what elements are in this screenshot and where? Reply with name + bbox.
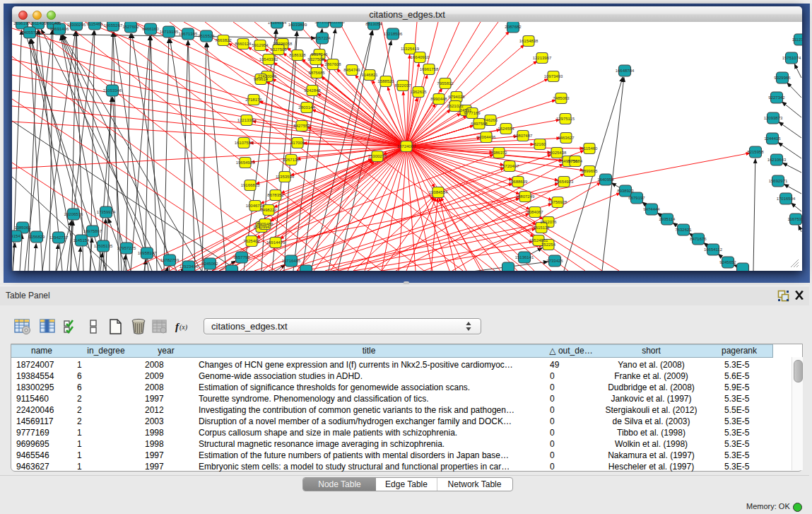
- svg-text:7691405: 7691405: [45, 22, 61, 25]
- svg-text:12213382: 12213382: [237, 118, 257, 122]
- svg-text:1244415: 1244415: [764, 136, 781, 141]
- svg-text:8215958: 8215958: [747, 150, 764, 154]
- svg-text:9474444: 9474444: [643, 207, 660, 211]
- svg-text:7386372: 7386372: [490, 151, 507, 155]
- svg-text:20691406: 20691406: [50, 27, 69, 31]
- svg-text:10654112: 10654112: [704, 247, 723, 252]
- svg-text:20364436: 20364436: [477, 135, 496, 139]
- svg-text:1156829: 1156829: [29, 235, 46, 239]
- svg-text:2867608: 2867608: [324, 62, 341, 66]
- svg-text:12942737: 12942737: [49, 235, 69, 240]
- svg-text:6466160: 6466160: [142, 27, 159, 31]
- svg-text:10543382: 10543382: [259, 57, 278, 62]
- svg-text:1588520: 1588520: [377, 79, 394, 83]
- svg-text:18724007: 18724007: [397, 144, 416, 148]
- svg-text:391547: 391547: [12, 234, 23, 238]
- svg-text:8678352: 8678352: [267, 193, 284, 197]
- svg-text:10975867: 10975867: [83, 229, 102, 233]
- svg-text:15136141: 15136141: [515, 255, 534, 259]
- svg-text:1733426: 1733426: [546, 259, 563, 263]
- svg-text:1640954: 1640954: [597, 177, 614, 182]
- svg-text:16107553: 16107553: [235, 141, 254, 145]
- svg-text:11353594: 11353594: [276, 175, 295, 179]
- svg-text:989614: 989614: [254, 77, 269, 81]
- svg-text:1624554: 1624554: [498, 127, 514, 131]
- svg-text:8938923: 8938923: [617, 189, 634, 193]
- svg-text:9329966: 9329966: [774, 76, 791, 80]
- svg-text:7625402: 7625402: [243, 239, 260, 243]
- svg-text:7663822: 7663822: [215, 38, 232, 42]
- svg-text:9084067: 9084067: [526, 210, 543, 214]
- svg-text:15300275: 15300275: [368, 154, 387, 158]
- svg-text:12505135: 12505135: [94, 244, 113, 248]
- svg-text:19384554: 19384554: [429, 190, 448, 194]
- svg-text:10719185: 10719185: [160, 30, 179, 34]
- svg-text:19166825: 19166825: [241, 183, 260, 187]
- svg-text:2935114: 2935114: [659, 217, 676, 221]
- svg-text:15751074: 15751074: [782, 56, 801, 60]
- svg-text:6679197: 6679197: [628, 196, 645, 200]
- svg-text:9242848: 9242848: [304, 88, 321, 93]
- svg-text:2696197: 2696197: [13, 22, 30, 25]
- svg-text:16648784: 16648784: [616, 69, 635, 73]
- svg-text:2803144: 2803144: [298, 105, 315, 110]
- svg-text:11325419: 11325419: [401, 47, 420, 51]
- svg-text:9327505: 9327505: [270, 47, 287, 52]
- svg-text:16961758: 16961758: [420, 67, 439, 71]
- svg-text:8186328: 8186328: [289, 53, 306, 57]
- svg-text:16640910: 16640910: [411, 55, 430, 59]
- svg-text:17359924: 17359924: [97, 210, 116, 214]
- svg-text:1612076: 1612076: [540, 220, 557, 224]
- svg-text:8813054: 8813054: [365, 22, 382, 26]
- svg-text:8909489: 8909489: [257, 222, 273, 226]
- svg-text:5912954: 5912954: [252, 43, 269, 47]
- svg-text:7955812: 7955812: [437, 81, 454, 86]
- svg-text:21053346: 21053346: [103, 88, 122, 93]
- svg-text:9657791: 9657791: [233, 255, 250, 259]
- svg-text:1112768: 1112768: [792, 37, 802, 42]
- svg-text:19384554: 19384554: [268, 22, 287, 25]
- svg-text:19756928: 19756928: [548, 200, 567, 204]
- svg-text:9777169: 9777169: [464, 111, 481, 115]
- svg-text:9146821: 9146821: [361, 73, 378, 77]
- svg-text:7485063: 7485063: [553, 96, 570, 100]
- svg-text:15692971: 15692971: [769, 179, 788, 183]
- svg-text:9245062: 9245062: [201, 262, 218, 266]
- svg-text:62160: 62160: [534, 142, 546, 146]
- svg-text:252254: 252254: [541, 243, 556, 247]
- svg-text:7515526: 7515526: [198, 34, 215, 38]
- svg-text:7632621: 7632621: [675, 228, 692, 232]
- svg-text:1615132: 1615132: [533, 226, 550, 230]
- svg-text:9245652: 9245652: [719, 260, 736, 264]
- svg-text:5875685: 5875685: [308, 71, 325, 75]
- svg-text:9227342: 9227342: [768, 95, 785, 100]
- svg-text:23226058: 23226058: [273, 42, 293, 46]
- svg-text:16914479: 16914479: [266, 240, 286, 245]
- svg-text:9327508: 9327508: [307, 57, 324, 62]
- svg-text:9115460: 9115460: [87, 22, 104, 26]
- svg-text:9817546: 9817546: [311, 52, 328, 57]
- svg-text:8660124: 8660124: [235, 42, 252, 46]
- svg-text:16210643: 16210643: [767, 158, 787, 162]
- svg-text:12213967: 12213967: [533, 56, 552, 60]
- svg-text:15720407: 15720407: [500, 164, 519, 168]
- svg-text:1145154: 1145154: [73, 238, 90, 243]
- svg-text:975684: 975684: [568, 159, 583, 163]
- svg-text:3498222: 3498222: [260, 208, 277, 212]
- svg-text:10688609: 10688609: [509, 180, 528, 184]
- svg-text:12975115: 12975115: [556, 117, 575, 121]
- svg-text:8454749: 8454749: [343, 68, 360, 72]
- svg-text:17957225: 17957225: [117, 246, 136, 250]
- svg-text:1055326: 1055326: [328, 22, 345, 24]
- svg-text:10958107: 10958107: [138, 251, 157, 255]
- svg-text:17016504: 17016504: [777, 197, 796, 201]
- svg-text:10807487: 10807487: [514, 134, 533, 138]
- svg-text:1167533: 1167533: [788, 217, 802, 221]
- svg-text:18807249: 18807249: [516, 194, 535, 199]
- svg-text:16033809: 16033809: [288, 23, 307, 27]
- svg-text:1362615: 1362615: [410, 90, 427, 94]
- svg-text:8990448: 8990448: [430, 97, 447, 101]
- svg-text:19654923: 19654923: [555, 180, 574, 184]
- svg-text:6497568: 6497568: [471, 122, 488, 126]
- svg-text:18300295: 18300295: [67, 23, 86, 27]
